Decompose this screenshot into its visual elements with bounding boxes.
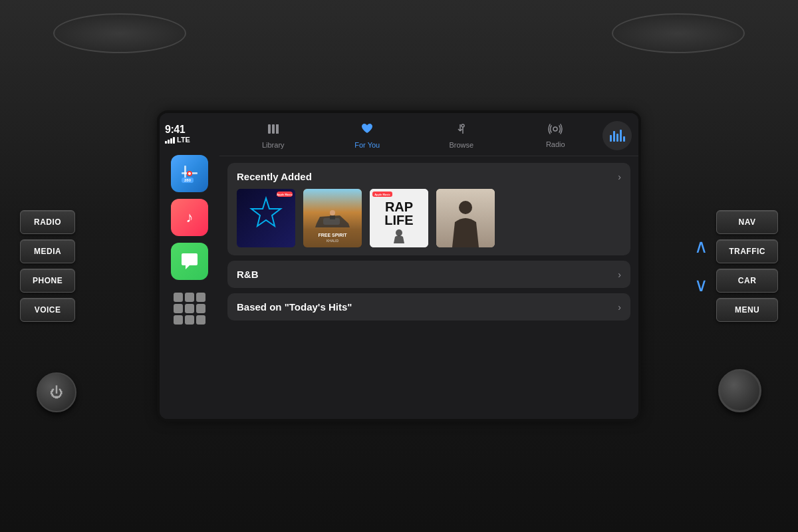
car-dashboard: RADIO MEDIA PHONE VOICE ⏻ NAV TRAFFIC CA… [0,0,798,532]
app-dot [196,315,205,325]
svg-point-27 [396,229,402,236]
signal-bars [165,136,175,144]
svg-text:280: 280 [184,178,192,182]
scroll-up-button[interactable]: ∧ [694,237,708,256]
album-khalid[interactable]: FREE SPIRIT KHALID [303,189,362,247]
library-tab-label: Library [262,141,285,149]
screen-sidebar: 9:41 LTE [160,113,219,419]
eq-bar-4 [620,130,622,142]
scroll-controls: ∧ ∨ [694,237,708,295]
svg-text:Apple Music: Apple Music [374,193,390,196]
for-you-tab-label: For You [354,141,380,149]
equalizer-icon [610,130,625,142]
album-raplife[interactable]: RAP LIFE Apple Music [370,189,428,247]
svg-point-12 [462,124,464,127]
eq-bar-1 [610,135,612,142]
app-dot [196,293,205,302]
library-icon [267,122,280,139]
svg-rect-18 [303,229,362,247]
left-control-panel: RADIO MEDIA PHONE VOICE [20,210,75,322]
tab-library[interactable]: Library [226,120,321,152]
tab-radio[interactable]: Radio [509,120,603,151]
recently-added-chevron: › [618,172,621,182]
messages-app-icon[interactable] [171,243,208,280]
signal-bar-3 [170,138,172,144]
svg-text:KHALID: KHALID [327,239,338,243]
volume-knob[interactable] [718,369,761,412]
screen-main-content: Library For You [219,113,638,419]
rnb-section[interactable]: R&B › [227,261,630,288]
nav-button[interactable]: NAV [716,210,778,234]
left-vent [53,13,186,53]
scroll-down-button[interactable]: ∨ [694,276,708,295]
rnb-title: R&B [237,269,259,280]
eq-bar-3 [616,134,618,142]
svg-text:Apple Music: Apple Music [277,193,293,196]
status-bar: 9:41 LTE [160,121,219,146]
tab-bar: Library For You [219,113,638,156]
browse-tab-label: Browse [449,141,473,149]
music-app-icon[interactable]: ♪ [171,199,208,236]
svg-text:FREE SPIRIT: FREE SPIRIT [318,233,347,237]
recently-added-section: Recently Added › [227,163,630,255]
car-button[interactable]: CAR [716,269,778,293]
svg-rect-10 [268,124,271,134]
infotainment-screen: 9:41 LTE [160,113,638,419]
svg-text:RAP: RAP [385,200,413,214]
app-grid[interactable] [170,289,209,329]
radio-icon [548,123,563,138]
album-star[interactable]: Apple Music [237,189,295,247]
svg-point-13 [553,127,557,131]
app-dot [174,315,183,325]
todays-hits-chevron: › [618,302,621,313]
eq-bar-2 [613,131,615,142]
svg-text:♪: ♪ [186,209,194,225]
recently-added-title: Recently Added [237,171,312,182]
right-control-panel: NAV TRAFFIC CAR MENU [716,210,778,322]
album-shadow[interactable] [436,189,495,247]
radio-button[interactable]: RADIO [20,210,75,234]
tab-for-you[interactable]: For You [321,120,415,152]
app-dot [185,315,194,325]
traffic-button[interactable]: TRAFFIC [716,239,778,263]
signal-indicator: LTE [165,136,190,144]
app-dot [185,293,194,302]
svg-rect-11 [272,124,275,134]
svg-point-31 [459,201,472,214]
todays-hits-section[interactable]: Based on "Today's Hits" › [227,293,630,321]
for-you-icon [360,122,374,139]
lte-label: LTE [177,136,190,144]
now-playing-button[interactable] [602,121,632,150]
todays-hits-title: Based on "Today's Hits" [237,301,352,313]
svg-text:LIFE: LIFE [384,213,413,227]
right-vent [612,13,745,53]
signal-bar-2 [168,140,170,144]
media-button[interactable]: MEDIA [20,239,75,263]
time-display: 9:41 [165,124,185,136]
app-dot [185,304,194,313]
albums-grid: Apple Music [237,189,621,247]
signal-bar-1 [165,141,167,144]
signal-bar-4 [173,137,175,144]
recently-added-header[interactable]: Recently Added › [237,171,621,182]
tab-browse[interactable]: Browse [414,120,509,152]
svg-point-4 [188,172,191,175]
radio-tab-label: Radio [546,140,565,148]
maps-app-icon[interactable]: 280 [171,155,208,192]
browse-icon [455,122,468,139]
rnb-chevron: › [618,269,621,280]
power-knob[interactable]: ⏻ [37,372,76,412]
menu-button[interactable]: MENU [716,298,778,322]
main-content-area: Recently Added › [219,156,638,419]
app-dot [174,304,183,313]
svg-point-20 [330,210,335,215]
eq-bar-5 [623,136,625,142]
app-dot [196,304,205,313]
phone-button[interactable]: PHONE [20,269,75,293]
app-dot [174,293,183,302]
power-icon: ⏻ [50,385,63,400]
svg-rect-21 [330,215,335,219]
voice-button[interactable]: VOICE [20,298,75,322]
